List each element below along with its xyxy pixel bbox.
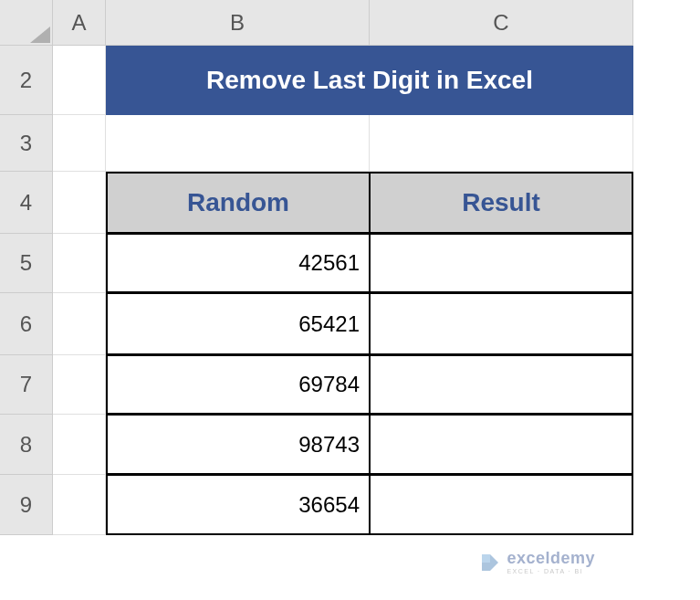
cell-a2[interactable] bbox=[53, 46, 106, 115]
cell-a4[interactable] bbox=[53, 172, 106, 234]
cell-b6[interactable]: 65421 bbox=[106, 293, 370, 355]
spreadsheet-grid: A B C 2 Remove Last Digit in Excel 3 4 R… bbox=[0, 0, 700, 535]
row-header-7[interactable]: 7 bbox=[0, 355, 53, 415]
row-header-3[interactable]: 3 bbox=[0, 115, 53, 172]
table-header-random[interactable]: Random bbox=[106, 172, 370, 234]
cell-c8[interactable] bbox=[370, 415, 633, 475]
cell-c3[interactable] bbox=[370, 115, 633, 172]
cell-c6[interactable] bbox=[370, 293, 633, 355]
cell-c7[interactable] bbox=[370, 355, 633, 415]
row-header-5[interactable]: 5 bbox=[0, 234, 53, 293]
table-header-result[interactable]: Result bbox=[370, 172, 633, 234]
cell-a5[interactable] bbox=[53, 234, 106, 293]
cell-c5[interactable] bbox=[370, 234, 633, 293]
cell-b3[interactable] bbox=[106, 115, 370, 172]
col-header-c[interactable]: C bbox=[370, 0, 633, 46]
watermark-sub: EXCEL · DATA · BI bbox=[507, 568, 595, 574]
col-header-a[interactable]: A bbox=[53, 0, 106, 46]
cell-b8[interactable]: 98743 bbox=[106, 415, 370, 475]
row-header-8[interactable]: 8 bbox=[0, 415, 53, 475]
cell-a6[interactable] bbox=[53, 293, 106, 355]
cell-b7[interactable]: 69784 bbox=[106, 355, 370, 415]
cell-b5[interactable]: 42561 bbox=[106, 234, 370, 293]
col-header-b[interactable]: B bbox=[106, 0, 370, 46]
cell-a7[interactable] bbox=[53, 355, 106, 415]
row-header-4[interactable]: 4 bbox=[0, 172, 53, 234]
title-banner[interactable]: Remove Last Digit in Excel bbox=[106, 46, 633, 115]
row-header-2[interactable]: 2 bbox=[0, 46, 53, 115]
row-header-6[interactable]: 6 bbox=[0, 293, 53, 355]
cell-c9[interactable] bbox=[370, 475, 633, 535]
watermark-main: exceldemy bbox=[507, 550, 595, 566]
row-header-9[interactable]: 9 bbox=[0, 475, 53, 535]
cell-a9[interactable] bbox=[53, 475, 106, 535]
cell-b9[interactable]: 36654 bbox=[106, 475, 370, 535]
cell-a8[interactable] bbox=[53, 415, 106, 475]
cell-a3[interactable] bbox=[53, 115, 106, 172]
watermark-icon bbox=[479, 552, 501, 574]
select-all-corner[interactable] bbox=[0, 0, 53, 46]
watermark: exceldemy EXCEL · DATA · BI bbox=[479, 550, 595, 574]
watermark-text: exceldemy EXCEL · DATA · BI bbox=[507, 550, 595, 574]
